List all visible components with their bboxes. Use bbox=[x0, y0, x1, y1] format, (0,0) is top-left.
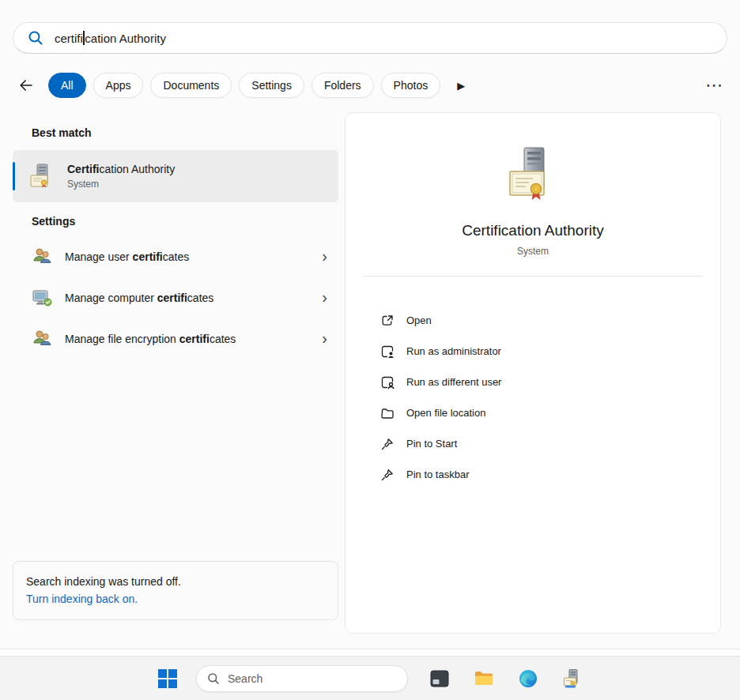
settings-item-label: Manage computer certificates bbox=[65, 292, 309, 304]
action-label: Open bbox=[406, 314, 432, 326]
action-label: Pin to Start bbox=[406, 438, 457, 450]
action-run-as-different-user[interactable]: Run as different user bbox=[380, 367, 701, 397]
action-label: Pin to taskbar bbox=[406, 469, 470, 480]
filter-tab-documents[interactable]: Documents bbox=[150, 73, 232, 98]
taskbar-search-box[interactable]: Search bbox=[196, 665, 408, 692]
pin-icon bbox=[380, 468, 395, 482]
certification-authority-icon bbox=[28, 163, 55, 190]
taskbar-search-label: Search bbox=[228, 672, 262, 685]
filter-tab-all[interactable]: All bbox=[48, 73, 86, 98]
result-subtitle: System bbox=[67, 179, 175, 190]
best-match-text: Certification Authority System bbox=[67, 163, 175, 190]
action-run-as-administrator[interactable]: Run as administrator bbox=[380, 336, 701, 367]
taskbar-certification-console-button[interactable] bbox=[557, 663, 588, 694]
search-icon bbox=[28, 30, 43, 46]
settings-item-label: Manage user certificates bbox=[65, 250, 309, 263]
action-label: Open file location bbox=[406, 407, 485, 419]
selection-accent-bar bbox=[13, 162, 15, 190]
folder-icon bbox=[380, 406, 395, 420]
computer-icon bbox=[32, 288, 52, 308]
settings-item-manage-user-certificates[interactable]: Manage user certificates › bbox=[13, 237, 338, 277]
search-input[interactable]: certifi cation Authority bbox=[13, 22, 727, 54]
windows-logo-icon bbox=[158, 669, 177, 688]
window-icon bbox=[429, 668, 450, 689]
run-as-admin-icon bbox=[380, 344, 395, 359]
back-button[interactable] bbox=[13, 72, 40, 99]
preview-title: Certification Authority bbox=[345, 222, 720, 239]
indexing-link[interactable]: Turn indexing back on. bbox=[26, 590, 138, 608]
taskbar: Search bbox=[0, 656, 740, 700]
filter-tab-settings[interactable]: Settings bbox=[239, 73, 304, 98]
settings-results-list: Manage user certificates › Manage comput… bbox=[13, 237, 338, 359]
query-after-caret: cation Authority bbox=[85, 32, 166, 45]
indexing-notice: Search indexing was turned off. Turn ind… bbox=[13, 561, 338, 620]
filter-tab-folders[interactable]: Folders bbox=[311, 73, 374, 98]
filter-tab-photos[interactable]: Photos bbox=[381, 73, 441, 98]
action-label: Run as different user bbox=[406, 376, 501, 388]
pin-icon bbox=[380, 437, 395, 451]
filter-tab-apps[interactable]: Apps bbox=[93, 73, 144, 98]
settings-heading: Settings bbox=[13, 215, 338, 228]
file-explorer-icon bbox=[474, 668, 494, 689]
run-as-user-icon bbox=[380, 375, 395, 390]
edge-icon bbox=[518, 668, 538, 689]
search-icon bbox=[207, 672, 220, 685]
action-open[interactable]: Open bbox=[380, 305, 701, 336]
search-flyout: certifi cation Authority All Apps Docume… bbox=[0, 0, 740, 649]
best-match-heading: Best match bbox=[13, 126, 338, 139]
filter-overflow-icon[interactable]: ▶ bbox=[457, 80, 465, 92]
settings-item-label: Manage file encryption certificates bbox=[65, 333, 309, 345]
preview-subtitle: System bbox=[345, 246, 720, 257]
chevron-right-icon: › bbox=[322, 330, 327, 348]
action-label: Run as administrator bbox=[406, 345, 501, 357]
taskbar-app-window-button[interactable] bbox=[424, 663, 455, 694]
more-options-button[interactable]: ⋯ bbox=[705, 77, 723, 94]
filter-tab-row: All Apps Documents Settings Folders Phot… bbox=[13, 71, 727, 100]
action-list: Open Run as administrator Run as differe… bbox=[345, 305, 720, 490]
action-open-file-location[interactable]: Open file location bbox=[380, 397, 701, 428]
result-title: Certification Authority bbox=[67, 163, 175, 175]
certificate-server-icon bbox=[562, 668, 583, 689]
action-pin-to-start[interactable]: Pin to Start bbox=[380, 428, 701, 459]
action-pin-to-taskbar[interactable]: Pin to taskbar bbox=[380, 459, 701, 490]
taskbar-file-explorer-button[interactable] bbox=[468, 663, 500, 694]
indexing-message: Search indexing was turned off. bbox=[26, 573, 325, 590]
start-button[interactable] bbox=[152, 663, 183, 694]
settings-item-manage-computer-certificates[interactable]: Manage computer certificates › bbox=[13, 278, 338, 318]
taskbar-edge-button[interactable] bbox=[512, 663, 544, 694]
preview-panel: Certification Authority System Open Run … bbox=[345, 112, 721, 634]
search-query-text: certifi cation Authority bbox=[55, 31, 166, 45]
best-match-item[interactable]: Certification Authority System bbox=[13, 150, 338, 202]
preview-icon-wrap bbox=[345, 145, 720, 205]
users-icon bbox=[32, 247, 52, 267]
preview-divider bbox=[363, 276, 703, 277]
query-before-caret: certifi bbox=[55, 32, 83, 45]
settings-item-manage-file-encryption-certificates[interactable]: Manage file encryption certificates › bbox=[13, 319, 338, 359]
open-external-icon bbox=[380, 314, 395, 328]
back-arrow-icon bbox=[18, 77, 34, 93]
chevron-right-icon: › bbox=[322, 289, 327, 307]
results-panel: Best match Certification Authority Syste… bbox=[13, 114, 338, 359]
certification-authority-large-icon bbox=[503, 145, 563, 205]
users-icon bbox=[32, 329, 52, 349]
chevron-right-icon: › bbox=[322, 248, 327, 266]
